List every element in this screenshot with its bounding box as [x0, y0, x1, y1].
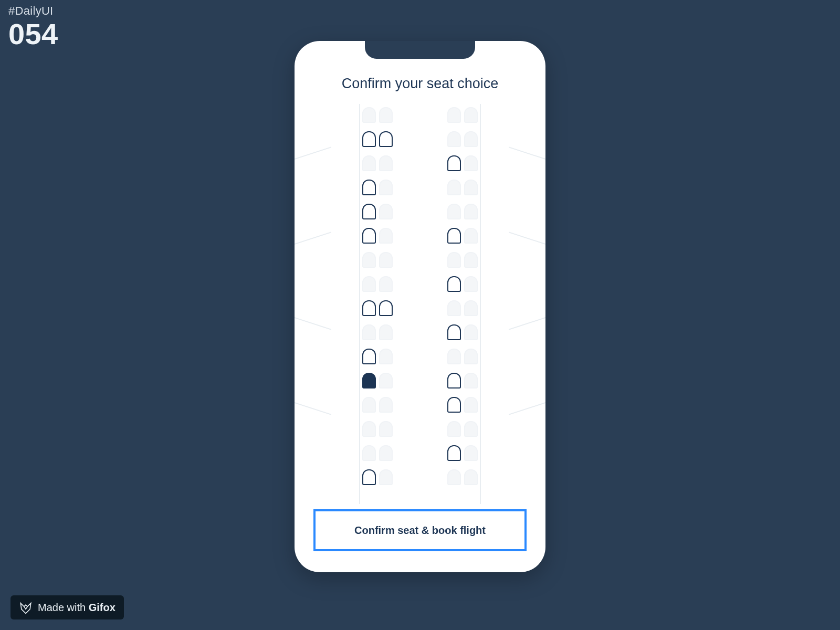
- seat-available[interactable]: [362, 131, 376, 147]
- phone-frame: Confirm your seat choice Confirm seat & …: [295, 41, 545, 572]
- seat-occupied: [362, 252, 376, 268]
- dailyui-hashtag: #DailyUI: [8, 4, 54, 17]
- seat-occupied: [447, 300, 461, 316]
- seat-available[interactable]: [447, 155, 461, 171]
- seat-pair-right: [447, 131, 478, 147]
- seat-pair-right: [447, 180, 478, 195]
- seat-pair-left: [362, 252, 393, 268]
- seat-pair-left: [362, 276, 393, 292]
- seat-pair-left: [362, 300, 393, 316]
- seat-occupied: [362, 397, 376, 413]
- seat-selected[interactable]: [362, 373, 376, 388]
- seat-available[interactable]: [447, 276, 461, 292]
- seat-occupied: [379, 252, 393, 268]
- seat-row: [362, 445, 478, 461]
- seat-pair-left: [362, 324, 393, 340]
- gifox-text: Made with Gifox: [38, 602, 116, 614]
- gifox-brand: Gifox: [89, 602, 116, 613]
- seat-occupied: [464, 204, 478, 219]
- seat-occupied: [362, 445, 376, 461]
- seat-occupied: [447, 349, 461, 364]
- seat-occupied: [379, 155, 393, 171]
- seat-occupied: [464, 228, 478, 244]
- seat-occupied: [379, 373, 393, 388]
- seat-available[interactable]: [447, 324, 461, 340]
- seat-occupied: [379, 397, 393, 413]
- seat-pair-right: [447, 300, 478, 316]
- seat-available[interactable]: [447, 228, 461, 244]
- seat-available[interactable]: [447, 397, 461, 413]
- seat-pair-left: [362, 131, 393, 147]
- seat-occupied: [464, 373, 478, 388]
- seat-pair-left: [362, 228, 393, 244]
- fox-icon: [19, 601, 33, 614]
- seat-occupied: [447, 421, 461, 437]
- seat-row: [362, 180, 478, 195]
- seat-map[interactable]: [295, 104, 545, 504]
- seat-occupied: [447, 252, 461, 268]
- seat-available[interactable]: [447, 445, 461, 461]
- seat-pair-right: [447, 373, 478, 388]
- seat-occupied: [362, 276, 376, 292]
- seat-pair-right: [447, 469, 478, 485]
- wing-outline: [509, 278, 545, 415]
- seat-available[interactable]: [379, 300, 393, 316]
- seat-pair-right: [447, 252, 478, 268]
- seat-pair-right: [447, 276, 478, 292]
- seat-occupied: [379, 107, 393, 123]
- seat-row: [362, 252, 478, 268]
- gifox-prefix: Made with: [38, 602, 89, 613]
- seat-occupied: [464, 397, 478, 413]
- seat-occupied: [464, 276, 478, 292]
- seat-pair-left: [362, 155, 393, 171]
- gifox-badge: Made with Gifox: [10, 595, 124, 620]
- seat-pair-left: [362, 180, 393, 195]
- seat-occupied: [362, 107, 376, 123]
- seat-available[interactable]: [362, 300, 376, 316]
- confirm-seat-button[interactable]: Confirm seat & book flight: [313, 509, 527, 551]
- seat-pair-right: [447, 445, 478, 461]
- seat-occupied: [464, 131, 478, 147]
- seat-row: [362, 373, 478, 388]
- seat-occupied: [379, 276, 393, 292]
- seat-occupied: [379, 204, 393, 219]
- seat-occupied: [464, 469, 478, 485]
- seat-pair-left: [362, 469, 393, 485]
- seat-pair-left: [362, 445, 393, 461]
- seat-row: [362, 228, 478, 244]
- seat-available[interactable]: [362, 349, 376, 364]
- seat-occupied: [447, 204, 461, 219]
- seat-occupied: [464, 324, 478, 340]
- seat-pair-left: [362, 397, 393, 413]
- seat-occupied: [379, 421, 393, 437]
- seat-occupied: [464, 445, 478, 461]
- dailyui-tag: #DailyUI 054: [8, 4, 58, 50]
- seat-occupied: [379, 349, 393, 364]
- seat-available[interactable]: [362, 180, 376, 195]
- seat-occupied: [447, 180, 461, 195]
- seat-pair-left: [362, 107, 393, 123]
- seat-row: [362, 324, 478, 340]
- dailyui-number: 054: [8, 19, 58, 50]
- seat-pair-right: [447, 349, 478, 364]
- seat-pair-left: [362, 421, 393, 437]
- seat-available[interactable]: [379, 131, 393, 147]
- seat-available[interactable]: [362, 469, 376, 485]
- seat-row: [362, 300, 478, 316]
- seat-available[interactable]: [362, 204, 376, 219]
- seat-occupied: [379, 180, 393, 195]
- seat-pair-right: [447, 421, 478, 437]
- wing-outline: [295, 278, 331, 415]
- seat-occupied: [379, 324, 393, 340]
- wing-outline: [509, 146, 545, 284]
- seat-row: [362, 204, 478, 219]
- seat-available[interactable]: [362, 228, 376, 244]
- seat-row: [362, 107, 478, 123]
- seat-row: [362, 421, 478, 437]
- app-screen: Confirm your seat choice Confirm seat & …: [295, 41, 545, 572]
- seat-occupied: [362, 155, 376, 171]
- seat-pair-right: [447, 107, 478, 123]
- seat-available[interactable]: [447, 373, 461, 388]
- seat-occupied: [362, 324, 376, 340]
- seat-occupied: [464, 107, 478, 123]
